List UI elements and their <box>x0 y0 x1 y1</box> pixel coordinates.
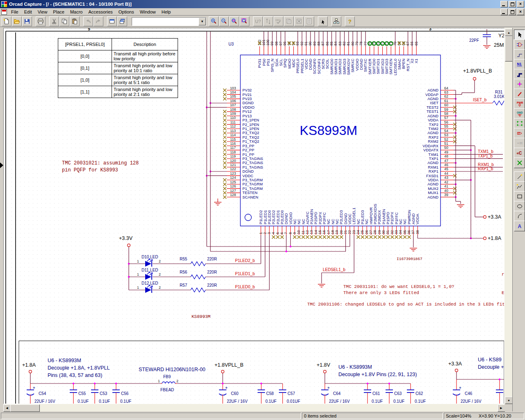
help-button[interactable]: ? <box>345 16 355 26</box>
pin-top-92[interactable]: 92PRSEL1 <box>300 32 304 73</box>
pin-bottom-26[interactable]: 26NC <box>365 219 369 239</box>
pin-top-98[interactable]: 98SDA <box>274 32 279 66</box>
place-text-button[interactable]: A <box>514 221 525 231</box>
pin-top-90[interactable]: 90DGND <box>308 32 313 70</box>
led-row-D10[interactable]: D10LED12R55220RP1LED2_b <box>129 255 261 267</box>
pin-bottom-22[interactable]: 22VDDC <box>347 213 352 247</box>
pin-top-97[interactable]: 97SCL <box>278 32 283 66</box>
pin-bottom-27[interactable]: 27HWPOVR <box>369 207 373 239</box>
print-button[interactable] <box>36 16 46 26</box>
pin-top-99[interactable]: 99SPIS_N <box>270 32 274 72</box>
pin-bottom-13[interactable]: 13P2ANEN <box>309 209 314 239</box>
place-line-button[interactable] <box>514 171 525 182</box>
place-arc-button[interactable] <box>514 211 525 221</box>
place-hierarchical-block-button[interactable] <box>514 118 525 129</box>
pin-top-68[interactable]: 68BPEN <box>402 41 406 69</box>
capacitor-C64[interactable]: +C6422UF / 16V <box>321 383 350 404</box>
place-net-alias-button[interactable]: N1 <box>514 59 525 70</box>
pin-bottom-6[interactable]: 6P2LED0 <box>280 210 284 239</box>
pin-bottom-33[interactable]: 33P1FFC <box>394 212 399 239</box>
vertical-scroll-thumb[interactable] <box>505 36 513 62</box>
zoom-out-button[interactable] <box>219 16 229 26</box>
menu-place[interactable]: Place <box>50 9 67 15</box>
pin-right-45[interactable]: 45RXP1RXP1_b <box>429 167 503 173</box>
pin-top-93[interactable]: 93PRSEL0 <box>295 32 300 73</box>
combo-dropdown-button[interactable]: ▼ <box>199 18 206 25</box>
menu-window[interactable]: Window <box>137 9 159 15</box>
capacitor-C55[interactable]: C550.1UF <box>70 383 89 404</box>
pin-bottom-30[interactable]: 30P1ANEN <box>381 209 386 239</box>
pin-top-65[interactable]: 65X1 <box>414 32 419 63</box>
capacitor-C46[interactable]: +C4622UF / 16V <box>453 379 482 404</box>
pin-bottom-34[interactable]: 34NC <box>398 219 403 239</box>
ferrite-bead-fb9[interactable]: STEWARD HI1206N101R-00FB9FBEAD12 <box>139 367 205 392</box>
scroll-right-button[interactable]: ▶ <box>498 404 505 412</box>
zoom-all-button[interactable] <box>240 16 249 26</box>
pin-top-77[interactable]: 77SMTXC <box>363 32 368 72</box>
save-document-button[interactable] <box>22 16 32 26</box>
place-power-button[interactable]: PWR <box>514 98 525 109</box>
decouple-+1.8V[interactable]: +1.8VU6 - KS8993MDecouple +1.8V Pins (22… <box>317 362 426 404</box>
pin-top-83[interactable]: 83SMRXD2 <box>338 32 342 75</box>
pin-bottom-29[interactable]: 29P2MDIX <box>377 210 382 239</box>
pin-bottom-8[interactable]: 8VDDIO <box>288 212 293 248</box>
pin-left-110[interactable]: 110P3_1PEN <box>223 116 259 122</box>
pin-bottom-24[interactable]: 24NC <box>356 219 361 239</box>
pin-bottom-14[interactable]: 14P2SPD <box>314 212 318 239</box>
pin-bottom-11[interactable]: 11NC <box>301 219 306 239</box>
paste-button[interactable] <box>70 16 80 26</box>
minimize-button[interactable] <box>500 1 508 7</box>
new-document-button[interactable] <box>2 16 11 26</box>
capacitor-C56[interactable]: C560.1UF <box>112 383 131 404</box>
pin-top-78[interactable]: 78DGND <box>359 32 363 70</box>
scroll-up-button[interactable]: ▲ <box>505 29 513 36</box>
child-minimize-button[interactable] <box>500 9 508 15</box>
capacitor-C58[interactable]: C580.1UF <box>258 383 276 404</box>
select-tool-button[interactable] <box>514 30 525 40</box>
pin-top-75[interactable]: 75SMTXD0 <box>372 41 376 74</box>
child-restore-button[interactable] <box>509 9 516 15</box>
hierarchy-button[interactable] <box>331 16 341 26</box>
place-pin-button[interactable]: H <box>514 138 525 148</box>
capacitor-C57[interactable]: C570.01UF <box>279 383 300 404</box>
capacitor-C62[interactable]: C620.1UF <box>407 383 426 404</box>
document-icon[interactable] <box>1 9 7 15</box>
pin-bottom-17[interactable]: 17NC <box>326 219 331 239</box>
pin-bottom-2[interactable]: 2P1LED1 <box>263 210 267 277</box>
pin-bottom-10[interactable]: 10NC <box>297 219 301 239</box>
place-junction-button[interactable] <box>514 79 525 89</box>
pin-left-103[interactable]: 103PV32 <box>223 86 252 93</box>
pin-bottom-31[interactable]: 31P1SPD <box>386 212 390 239</box>
pin-top-85[interactable]: 85SMRXD0 <box>329 32 334 75</box>
pin-bottom-20[interactable]: 20P2LED3 <box>339 210 344 239</box>
pin-top-69[interactable]: 69SMAC <box>397 41 402 70</box>
place-ellipse-button[interactable] <box>514 201 525 212</box>
restore-button[interactable] <box>509 1 516 7</box>
pin-top-87[interactable]: 87SCRS <box>321 32 325 69</box>
place-ground-button[interactable]: GND <box>514 108 525 119</box>
pin-top-94[interactable]: 94MDC <box>291 41 296 67</box>
pin-bottom-1[interactable]: 1P1LED2 <box>259 210 263 264</box>
menu-options[interactable]: Options <box>116 9 137 15</box>
place-off-page-connector-button[interactable]: «C <box>514 148 525 158</box>
decouple-+3.3A[interactable]: +3.3AU6 - KS89Decouple +3+C4622UF / 16V <box>448 357 504 404</box>
pin-top-102[interactable]: 102PV31 <box>258 39 262 68</box>
place-no-connect-button[interactable] <box>514 158 525 168</box>
pin-top-80[interactable]: 80SMRXC <box>351 32 355 73</box>
pin-top-66[interactable]: 66X2 <box>410 32 414 63</box>
pin-right-48[interactable]: 48TXP1TXP1_b <box>429 154 503 161</box>
window-cascade-button[interactable] <box>117 16 127 26</box>
pin-top-76[interactable]: 76SMTXER <box>368 41 372 75</box>
pin-top-67[interactable]: 67RST_N <box>406 32 410 71</box>
crystal-circuit[interactable]: 22PFY225MH <box>469 29 504 48</box>
menu-view[interactable]: View <box>35 9 50 15</box>
pin-bottom-4[interactable]: 4P2LED2 <box>271 210 276 239</box>
place-bus-button[interactable] <box>514 69 525 80</box>
pin-bottom-16[interactable]: 16P2FFC <box>322 212 326 239</box>
pin-top-96[interactable]: 96SPIQ <box>283 32 287 68</box>
zoom-in-button[interactable] <box>209 16 219 26</box>
capacitor-C63[interactable]: C630.1UF <box>386 383 404 404</box>
led-row-D11[interactable]: D11LED12R56220RP1LED1_b <box>129 268 265 280</box>
pin-top-72[interactable]: 72SMTXD3 <box>384 41 389 74</box>
pin-top-84[interactable]: 84SMRXD1 <box>333 32 338 75</box>
